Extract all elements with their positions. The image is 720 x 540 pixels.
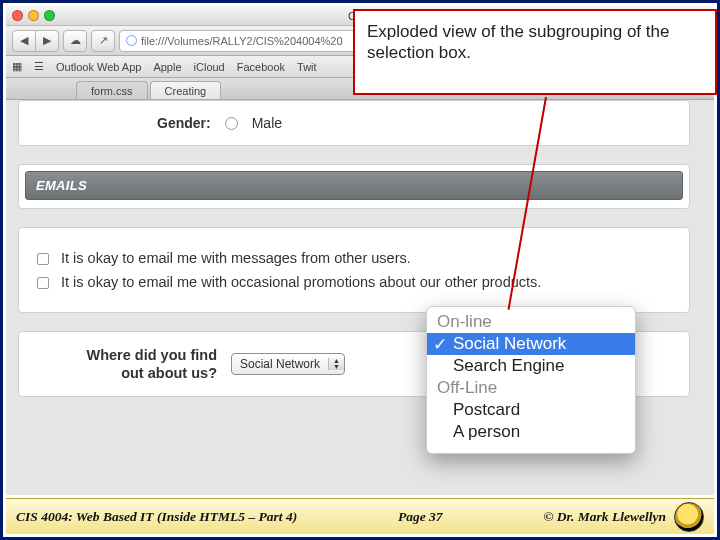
- bookmarks-menu-icon[interactable]: ▦: [12, 60, 22, 73]
- dropdown-option[interactable]: Search Engine: [427, 355, 635, 377]
- checkbox[interactable]: [37, 277, 49, 289]
- optgroup-label: Off-Line: [427, 377, 635, 399]
- slide: Crea ◀ ▶ ☁ ↗ file:///Volumes/RALLY2/CIS%…: [0, 0, 720, 540]
- radio-male[interactable]: [225, 117, 238, 130]
- url-text: file:///Volumes/RALLY2/CIS%204004%20: [141, 35, 343, 47]
- check-row: It is okay to email me with occasional p…: [37, 274, 671, 290]
- source-select[interactable]: Social Network ▲▼: [231, 353, 345, 375]
- footer-right: © Dr. Mark Llewellyn: [543, 509, 666, 525]
- select-value: Social Network: [232, 357, 328, 371]
- emails-heading: EMAILS: [25, 171, 683, 200]
- close-icon[interactable]: [12, 10, 23, 21]
- footer-left: CIS 4004: Web Based IT (Inside HTML5 – P…: [16, 509, 297, 525]
- bookmark-item[interactable]: Outlook Web App: [56, 61, 141, 73]
- bookmark-item[interactable]: iCloud: [194, 61, 225, 73]
- tab[interactable]: Creating: [150, 81, 222, 99]
- dropdown-option[interactable]: Postcard: [427, 399, 635, 421]
- forward-button[interactable]: ▶: [35, 30, 59, 52]
- where-question: Where did you find out about us?: [37, 346, 217, 382]
- bookmark-item[interactable]: Twit: [297, 61, 317, 73]
- footer-center: Page 37: [398, 509, 443, 525]
- compass-icon: [126, 35, 137, 46]
- gender-label: Gender:: [157, 115, 211, 131]
- check-label: It is okay to email me with messages fro…: [61, 250, 411, 266]
- emails-banner-card: EMAILS: [18, 164, 690, 209]
- back-button[interactable]: ◀: [12, 30, 36, 52]
- annotation-text: Exploded view of the subgrouping of the …: [367, 22, 669, 62]
- dropdown-popup: On-line Social Network Search Engine Off…: [426, 306, 636, 454]
- check-row: It is okay to email me with messages fro…: [37, 250, 671, 266]
- gender-value: Male: [252, 115, 282, 131]
- reading-list-icon[interactable]: ☰: [34, 60, 44, 73]
- emails-options-card: It is okay to email me with messages fro…: [18, 227, 690, 313]
- nav-buttons: ◀ ▶: [12, 30, 59, 52]
- optgroup-label: On-line: [427, 311, 635, 333]
- bookmark-item[interactable]: Facebook: [237, 61, 285, 73]
- icloud-tabs-button[interactable]: ☁: [63, 30, 87, 52]
- checkbox[interactable]: [37, 253, 49, 265]
- tab[interactable]: form.css: [76, 81, 148, 99]
- ucf-seal-icon: [674, 502, 704, 532]
- chevron-updown-icon: ▲▼: [328, 358, 344, 370]
- minimize-icon[interactable]: [28, 10, 39, 21]
- check-label: It is okay to email me with occasional p…: [61, 274, 541, 290]
- bookmark-item[interactable]: Apple: [153, 61, 181, 73]
- dropdown-option-selected[interactable]: Social Network: [427, 333, 635, 355]
- annotation-box: Exploded view of the subgrouping of the …: [353, 9, 717, 95]
- share-button[interactable]: ↗: [91, 30, 115, 52]
- slide-footer: CIS 4004: Web Based IT (Inside HTML5 – P…: [6, 498, 714, 534]
- dropdown-option[interactable]: A person: [427, 421, 635, 443]
- gender-card: Gender: Male: [18, 100, 690, 146]
- zoom-icon[interactable]: [44, 10, 55, 21]
